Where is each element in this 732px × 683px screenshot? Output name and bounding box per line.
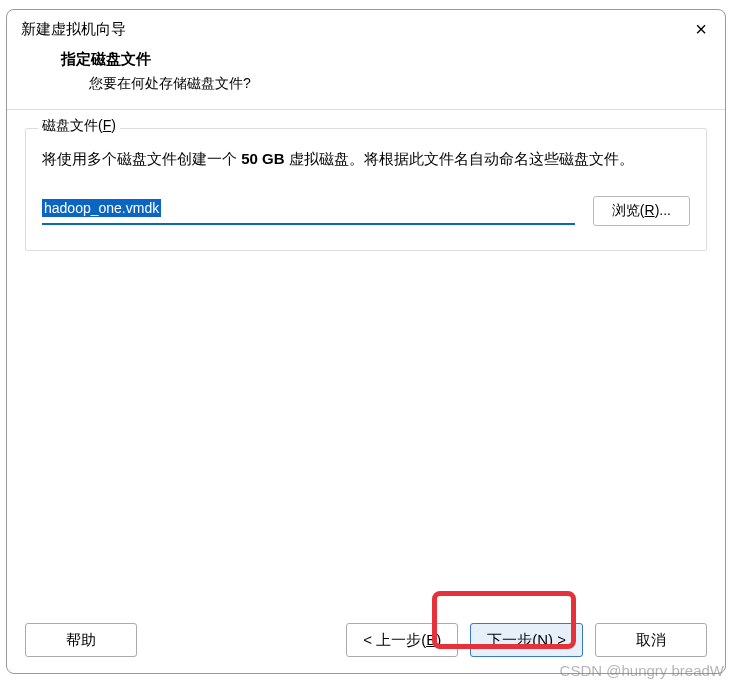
next-accesskey: N [537, 631, 548, 648]
browse-suffix: )... [655, 202, 671, 218]
fieldset-description: 将使用多个磁盘文件创建一个 50 GB 虚拟磁盘。将根据此文件名自动命名这些磁盘… [42, 145, 690, 174]
desc-part2: 虚拟磁盘。将根据此文件名自动命名这些磁盘文件。 [285, 150, 634, 167]
wizard-dialog: 新建虚拟机向导 × 指定磁盘文件 您要在何处存储磁盘文件? 磁盘文件(F) 将使… [6, 9, 726, 674]
browse-accesskey: R [645, 202, 655, 218]
dialog-header: 新建虚拟机向导 × [7, 10, 725, 46]
desc-size: 50 GB [241, 150, 284, 167]
next-button[interactable]: 下一步(N) > [470, 623, 583, 657]
subheader-title: 指定磁盘文件 [61, 50, 725, 69]
dialog-title: 新建虚拟机向导 [21, 20, 126, 39]
legend-prefix: 磁盘文件( [42, 117, 103, 133]
back-suffix: ) [436, 631, 441, 648]
legend-suffix: ) [111, 117, 116, 133]
spacer [7, 251, 725, 612]
back-button[interactable]: < 上一步(B) [346, 623, 458, 657]
fieldset-legend: 磁盘文件(F) [38, 117, 120, 135]
next-suffix: ) > [548, 631, 566, 648]
file-input-row: hadoop_one.vmdk 浏览(R)... [42, 196, 690, 226]
dialog-footer: 帮助 < 上一步(B) 下一步(N) > 取消 [7, 611, 725, 673]
back-prefix: < 上一步( [363, 631, 426, 648]
dialog-subheader: 指定磁盘文件 您要在何处存储磁盘文件? [7, 46, 725, 109]
disk-file-fieldset: 磁盘文件(F) 将使用多个磁盘文件创建一个 50 GB 虚拟磁盘。将根据此文件名… [25, 128, 707, 251]
browse-button[interactable]: 浏览(R)... [593, 196, 690, 226]
cancel-button[interactable]: 取消 [595, 623, 707, 657]
divider [7, 109, 725, 110]
back-accesskey: B [426, 631, 436, 648]
help-button[interactable]: 帮助 [25, 623, 137, 657]
next-prefix: 下一步( [487, 631, 537, 648]
desc-part1: 将使用多个磁盘文件创建一个 [42, 150, 241, 167]
legend-accesskey: F [103, 117, 112, 133]
disk-file-input[interactable]: hadoop_one.vmdk [42, 197, 575, 225]
close-icon[interactable]: × [691, 20, 711, 40]
browse-prefix: 浏览( [612, 202, 645, 218]
subheader-desc: 您要在何处存储磁盘文件? [61, 75, 725, 93]
disk-file-value: hadoop_one.vmdk [42, 199, 161, 217]
